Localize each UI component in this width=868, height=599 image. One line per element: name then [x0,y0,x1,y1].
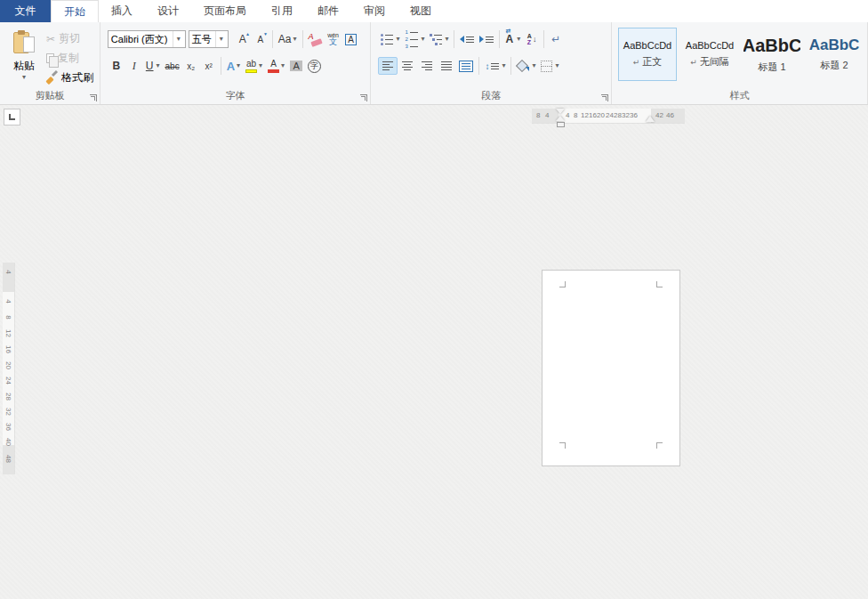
italic-button[interactable]: I [125,57,143,76]
v-ruler-number: 4 [4,266,12,278]
h-ruler-number: 42 [655,111,663,119]
numbered-list-dropdown-arrow[interactable]: ▾ [421,36,424,43]
numbered-list-button[interactable]: 1 2 3 ▾ [402,30,427,49]
multilevel-list-dropdown-arrow[interactable]: ▾ [445,36,448,43]
style-heading2-name: 标题 2 [820,59,848,72]
strikethrough-button[interactable]: abc [163,57,182,76]
hanging-indent-marker[interactable] [556,116,565,121]
tab-design[interactable]: 设计 [145,0,191,22]
character-shading-button[interactable]: A [287,57,305,76]
tab-review[interactable]: 审阅 [351,0,398,22]
tab-page-layout[interactable]: 页面布局 [191,0,259,22]
tab-view[interactable]: 视图 [398,0,444,22]
v-ruler-number: 40 [4,436,12,448]
bold-button[interactable]: B [108,57,125,76]
phonetic-bottom: 文 [329,38,337,46]
distribute-button[interactable] [456,57,476,75]
font-name-dropdown-arrow[interactable]: ▾ [173,31,184,47]
paste-dropdown-arrow[interactable]: ▾ [22,74,26,81]
bullet-list-button[interactable]: ▾ [378,30,402,49]
num-1: 1 [405,29,408,35]
clear-formatting-button[interactable]: A [306,30,325,49]
style-heading2[interactable]: AaBbC 标题 2 [805,28,864,81]
superscript-button[interactable]: x² [200,57,218,76]
text-effects-button[interactable]: A ▾ [224,57,243,76]
ribbon-tab-bar: 文件 开始 插入 设计 页面布局 引用 邮件 审阅 视图 [0,0,868,22]
increase-indent-button[interactable] [477,30,496,49]
change-case-button[interactable]: Aa ▾ [276,30,300,49]
tab-file[interactable]: 文件 [0,0,51,22]
paste-button[interactable]: 粘贴 ▾ [5,28,43,98]
grow-font-button[interactable]: A ▲ [234,30,252,49]
eraser-letter: A [309,32,314,41]
copy-label: 复制 [58,51,79,66]
line-spacing-dropdown-arrow[interactable]: ▾ [502,62,505,69]
text-highlight-button[interactable]: ab ▾ [243,57,265,76]
character-border-button[interactable]: A [342,30,360,49]
font-color-dropdown-arrow[interactable]: ▾ [281,62,285,69]
align-center-button[interactable] [398,57,417,75]
v-ruler-number: 36 [4,421,12,433]
change-case-dropdown-arrow: ▾ [293,36,297,43]
bullet-list-dropdown-arrow[interactable]: ▾ [396,36,399,43]
subscript-button[interactable]: x₂ [182,57,200,76]
style-no-spacing[interactable]: AaBbCcDd ↵ 无间隔 [680,28,739,81]
phonetic-guide-button[interactable]: wén 文 [325,30,342,49]
enclose-characters-button[interactable]: 字 [305,57,324,76]
tab-references[interactable]: 引用 [259,0,305,22]
tab-home[interactable]: 开始 [51,0,99,22]
style-normal[interactable]: AaBbCcDd ↵ 正文 [618,28,677,81]
line-spacing-button[interactable]: ↕ ▾ [482,57,508,76]
show-hide-marks-button[interactable]: ↵ [547,30,565,49]
shrink-font-button[interactable]: A ▼ [252,30,269,49]
font-dialog-launcher[interactable] [360,94,367,101]
h-ruler-number: 12 [581,111,589,119]
multilevel-list-button[interactable]: ▾ [427,30,451,49]
asian-layout-button[interactable]: A ▾ [502,30,523,49]
decrease-indent-button[interactable] [457,30,477,49]
group-paragraph: ▾ 1 2 3 ▾ ▾ [371,22,612,104]
v-ruler-number: 12 [4,328,12,339]
shading-dropdown-arrow[interactable]: ▾ [532,62,535,69]
borders-dropdown-arrow[interactable]: ▾ [555,62,559,69]
h-ruler-number: 4 [566,111,569,119]
right-indent-marker[interactable] [646,116,655,122]
tab-insert[interactable]: 插入 [99,0,145,22]
asian-layout-dropdown-arrow[interactable]: ▾ [517,36,520,43]
underline-button[interactable]: U ▾ [143,57,163,76]
font-size-dropdown-arrow[interactable]: ▾ [215,31,227,47]
font-name-combo[interactable]: Calibri (西文) ▾ [108,30,186,48]
crop-mark-top-right [656,281,663,287]
line-spacing-arrows: ↕ [485,61,489,71]
vertical-ruler[interactable]: 4 4 8 12 16 20 24 28 32 36 40 48 [3,263,14,474]
shading-button[interactable]: ▾ [514,57,538,76]
sort-button[interactable]: A Z ↓ [523,30,541,49]
clipboard-group-label: 剪贴板 [0,89,100,102]
format-painter-button[interactable]: 格式刷 [46,70,93,85]
font-color-button[interactable]: A ▾ [265,57,287,76]
justify-button[interactable] [437,57,456,75]
v-ruler-number: 16 [4,344,12,355]
paragraph-dialog-launcher[interactable] [601,94,608,101]
align-left-button[interactable] [378,57,398,75]
styles-group-label: 样式 [612,89,867,102]
first-line-indent-marker[interactable] [556,109,565,114]
v-ruler-number: 8 [4,312,12,323]
font-size-combo[interactable]: 五号 ▾ [189,30,229,48]
crop-mark-top-left [559,281,566,287]
borders-button[interactable]: ▾ [538,57,561,76]
tab-stop-selector[interactable] [4,109,20,125]
group-styles: AaBbCcDd ↵ 正文 AaBbCcDd ↵ 无间隔 AaBbC 标题 1 … [612,22,868,104]
style-heading1[interactable]: AaBbC 标题 1 [743,28,801,81]
text-effects-dropdown-arrow[interactable]: ▾ [237,62,240,69]
align-right-button[interactable] [417,57,437,75]
left-indent-marker[interactable] [557,122,565,127]
highlight-dropdown-arrow[interactable]: ▾ [259,62,262,69]
document-page[interactable] [542,270,680,466]
copy-icon [46,53,54,63]
h-ruler-number: 46 [666,111,674,119]
clipboard-dialog-launcher[interactable] [90,94,97,101]
horizontal-ruler[interactable]: 8 4 4 8 12 16 20 24 28 32 36 42 46 [532,109,685,123]
underline-dropdown-arrow[interactable]: ▾ [157,62,160,69]
tab-mailings[interactable]: 邮件 [305,0,351,22]
